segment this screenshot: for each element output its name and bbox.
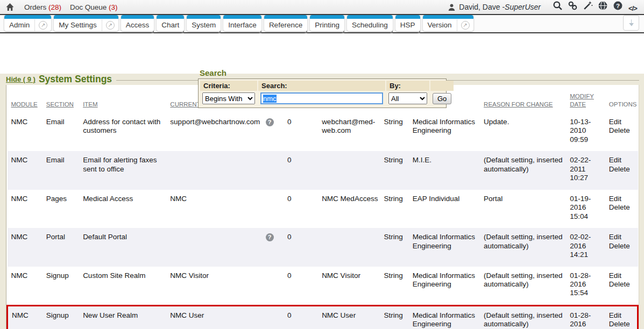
cell-help xyxy=(264,267,286,306)
help-icon[interactable]: ? xyxy=(612,0,624,12)
tab-bar: Admin↗My Settings↗AccessChartSystemInter… xyxy=(0,15,644,33)
doc-queue-count: (3) xyxy=(109,3,118,11)
user-menu[interactable]: David, Dave - SuperUser xyxy=(448,3,541,11)
by-select[interactable]: All xyxy=(388,92,427,104)
edit-link[interactable]: Edit xyxy=(609,233,635,241)
user-role: SuperUser xyxy=(505,3,541,11)
tab-reference[interactable]: Reference xyxy=(264,15,307,31)
open-in-new-icon: ↗ xyxy=(39,21,47,30)
menu-corner-icon xyxy=(218,31,221,33)
tab-label: Admin xyxy=(4,21,34,29)
column-header-modify-date[interactable]: MODIFY DATE xyxy=(568,85,607,113)
tabs-container: Admin↗My Settings↗AccessChartSystemInter… xyxy=(4,15,476,32)
tab-scheduling[interactable]: Scheduling xyxy=(347,15,393,31)
go-button[interactable]: Go xyxy=(433,93,451,104)
table-row: NMCEmailAddress for contact with custome… xyxy=(8,113,638,151)
orders-link[interactable]: Orders (28) xyxy=(24,3,61,11)
cell-help xyxy=(264,151,286,189)
edit-link[interactable]: Edit xyxy=(609,118,635,126)
search-input[interactable]: nmc xyxy=(260,92,383,104)
cell-default-value: webchart@med-web.com xyxy=(320,113,381,151)
cell-reason-for-change: (Default setting, inserted automatically… xyxy=(482,267,568,306)
cell-reason-for-change: (Default setting, inserted automatically… xyxy=(482,228,568,266)
download-button[interactable] xyxy=(623,15,639,31)
tab-access[interactable]: Access xyxy=(121,15,154,31)
column-header-item[interactable]: ITEM xyxy=(81,85,168,113)
globe-icon[interactable] xyxy=(597,0,608,12)
tab-chart[interactable]: Chart xyxy=(157,15,184,31)
tab-system[interactable]: System xyxy=(187,15,221,31)
cell-default-value: NMC Visitor xyxy=(320,267,381,306)
cell-section: Signup xyxy=(44,267,81,306)
cell-user: EAP Individual xyxy=(411,190,482,228)
cell-modify-date: 01-19-2016 15:04 xyxy=(568,190,607,228)
doc-queue-link[interactable]: Doc Queue (3) xyxy=(70,3,118,11)
tab-version[interactable]: Version↗ xyxy=(423,15,473,31)
tab-interface[interactable]: Interface xyxy=(223,15,261,31)
open-in-new-icon: ↗ xyxy=(461,21,470,30)
cell-current-value: NMC User xyxy=(168,305,263,329)
cell-modify-date: 01-28-2016 15:54 xyxy=(568,305,607,329)
search-panel-title: Search xyxy=(200,68,447,78)
cell-revision: 0 xyxy=(285,267,320,306)
menu-corner-icon xyxy=(417,31,420,33)
criteria-select[interactable]: Begins With xyxy=(202,92,255,104)
tab-my-settings[interactable]: My Settings↗ xyxy=(54,15,118,31)
tab-label: Access xyxy=(121,21,154,29)
column-header-section[interactable]: SECTION xyxy=(44,85,81,113)
tab-label: Interface xyxy=(223,21,261,29)
menu-corner-icon xyxy=(181,31,184,33)
cell-reason-for-change: (Default setting, inserted automatically… xyxy=(482,305,568,329)
tab-label: My Settings xyxy=(54,21,102,29)
tab-admin[interactable]: Admin↗ xyxy=(4,15,51,31)
cell-options: EditDelete xyxy=(607,151,638,189)
menu-corner-icon xyxy=(151,31,154,33)
criteria-label: Criteria: xyxy=(200,81,257,91)
cell-reason-for-change: (Default setting, inserted automatically… xyxy=(482,151,568,189)
content-area: Search Criteria: Search: By: Begins With xyxy=(0,74,644,329)
delete-link[interactable]: Delete xyxy=(609,280,635,289)
cell-user: Medical Informatics Engineering xyxy=(411,305,482,329)
edit-link[interactable]: Edit xyxy=(609,195,635,203)
topbar-icon-group: ?</> xyxy=(548,0,639,15)
cell-module: NMC xyxy=(8,267,44,306)
delete-link[interactable]: Delete xyxy=(609,320,634,328)
cell-item: Default Portal xyxy=(81,228,168,266)
system-settings-section: Hide ( 9 ) System Settings MODULESECTION… xyxy=(0,74,644,329)
edit-link[interactable]: Edit xyxy=(609,311,634,320)
menu-corner-icon xyxy=(342,31,344,33)
cell-current-value xyxy=(168,151,263,189)
help-icon[interactable]: ? xyxy=(266,233,274,241)
doc-queue-label: Doc Queue xyxy=(70,3,107,11)
cell-type: String xyxy=(381,267,410,306)
cell-user: M.I.E. xyxy=(411,151,482,189)
edit-link[interactable]: Edit xyxy=(609,156,635,164)
help-icon[interactable]: ? xyxy=(266,118,274,126)
hide-toggle-link[interactable]: Hide ( 9 ) xyxy=(6,75,36,83)
tab-printing[interactable]: Printing xyxy=(310,15,344,31)
delete-link[interactable]: Delete xyxy=(609,126,635,135)
link-icon[interactable] xyxy=(567,0,578,12)
cell-module: NMC xyxy=(8,113,44,151)
cell-modify-date: 01-28-2016 15:54 xyxy=(568,267,607,306)
cell-module: NMC xyxy=(8,305,44,329)
page-title: System Settings xyxy=(39,74,112,85)
wand-icon[interactable] xyxy=(582,0,593,12)
delete-link[interactable]: Delete xyxy=(609,203,635,212)
tab-divider xyxy=(457,19,457,31)
open-in-new-icon: ↗ xyxy=(106,21,115,30)
delete-link[interactable]: Delete xyxy=(609,242,635,251)
menu-corner-icon xyxy=(259,31,261,33)
cell-section: Email xyxy=(44,151,81,189)
cell-options: EditDelete xyxy=(607,305,638,329)
delete-link[interactable]: Delete xyxy=(609,165,635,174)
user-name: David, Dave - xyxy=(459,3,505,11)
top-bar: Orders (28) Doc Queue (3) David, Dave - … xyxy=(0,0,644,15)
column-header-reason-for-change[interactable]: REASON FOR CHANGE xyxy=(482,85,568,113)
tab-hsp[interactable]: HSP xyxy=(395,15,420,31)
edit-link[interactable]: Edit xyxy=(609,271,635,280)
home-button[interactable] xyxy=(5,3,15,11)
search-icon[interactable] xyxy=(551,0,563,12)
code-icon[interactable]: </> xyxy=(627,3,639,15)
column-header-module[interactable]: MODULE xyxy=(8,85,44,113)
